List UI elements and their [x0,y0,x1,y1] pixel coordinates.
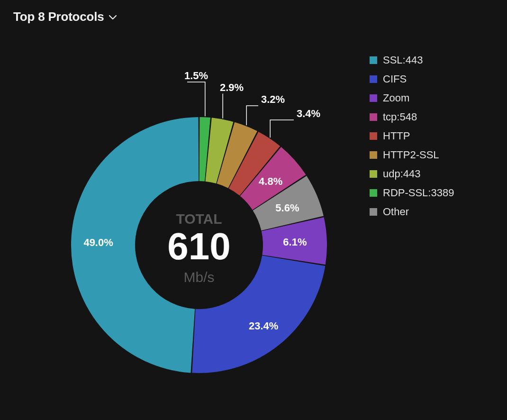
legend-item[interactable]: HTTP [370,127,454,146]
center-total-value: 610 [167,225,230,267]
legend-label: udp:443 [383,168,421,180]
legend-label: Other [383,206,409,218]
donut-chart: 49.0%1.5%2.9%3.2%3.4%4.8%5.6%6.1%23.4%TO… [0,32,370,420]
slice-label: 1.5% [184,70,208,82]
slice-label: 23.4% [249,320,278,332]
slice-label: 3.4% [297,108,320,119]
chart-title: Top 8 Protocols [13,9,104,24]
slice-pointer [187,82,205,116]
legend-item[interactable]: Other [370,202,454,221]
legend-item[interactable]: Zoom [370,89,454,108]
slice-label: 4.8% [259,175,282,187]
legend-item[interactable]: RDP-SSL:3389 [370,183,454,202]
slice-label: 6.1% [283,236,307,248]
slice-label: 5.6% [275,202,299,214]
legend-swatch [370,113,377,121]
slice-label: 3.2% [261,93,285,105]
legend-label: CIFS [383,73,407,85]
legend-swatch [370,132,377,140]
legend-swatch [370,170,377,178]
slice-pointer [270,120,294,137]
center-total-label: TOTAL [176,211,222,227]
legend-label: RDP-SSL:3389 [383,187,454,199]
legend-label: tcp:548 [383,111,417,123]
legend-item[interactable]: tcp:548 [370,108,454,127]
chevron-down-icon [109,15,117,20]
legend-label: HTTP2-SSL [383,149,439,161]
legend-label: HTTP [383,130,410,142]
legend-item[interactable]: SSL:443 [370,51,454,70]
chart-title-dropdown[interactable]: Top 8 Protocols [0,0,507,32]
legend-swatch [370,94,377,102]
chart-legend: SSL:443CIFSZoomtcp:548HTTPHTTP2-SSLudp:4… [370,51,454,221]
legend-swatch [370,75,377,83]
legend-item[interactable]: HTTP2-SSL [370,146,454,164]
slice-label: 49.0% [83,237,113,248]
legend-swatch [370,208,377,216]
legend-item[interactable]: udp:443 [370,164,454,183]
legend-label: SSL:443 [383,54,423,66]
slice-pointer [246,106,258,125]
slice-label: 2.9% [220,82,244,93]
legend-label: Zoom [383,92,409,104]
legend-swatch [370,56,377,64]
legend-item[interactable]: CIFS [370,70,454,89]
legend-swatch [370,151,377,159]
center-total-unit: Mb/s [183,269,214,285]
legend-swatch [370,189,377,197]
